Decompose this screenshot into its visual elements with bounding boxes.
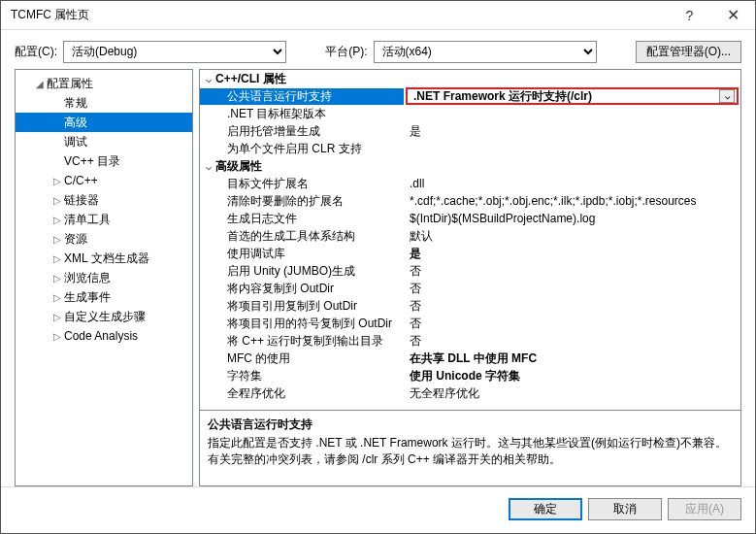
property-row[interactable]: 将内容复制到 OutDir否 — [200, 280, 740, 297]
property-name: 为单个文件启用 CLR 支持 — [200, 141, 404, 157]
tree-item-label: 调试 — [64, 134, 87, 150]
property-name: 生成日志文件 — [200, 211, 404, 227]
expand-icon: ▷ — [50, 331, 64, 342]
property-name: 公共语言运行时支持 — [200, 88, 404, 105]
tree-item-label: XML 文档生成器 — [64, 250, 149, 267]
platform-select[interactable]: 活动(x64) — [374, 41, 597, 63]
tree-item-label: 自定义生成步骤 — [64, 309, 146, 325]
property-name: 字符集 — [200, 368, 404, 384]
property-row[interactable]: 首选的生成工具体系结构默认 — [200, 227, 740, 245]
property-row[interactable]: 全程序优化无全程序优化 — [200, 384, 740, 402]
tree-item[interactable]: ▷自定义生成步骤 — [16, 307, 192, 326]
config-select[interactable]: 活动(Debug) — [63, 41, 286, 63]
tree-item[interactable]: ▷XML 文档生成器 — [16, 249, 192, 268]
property-row[interactable]: 为单个文件启用 CLR 支持 — [200, 140, 740, 157]
tree-item[interactable]: ▷清单工具 — [16, 210, 192, 229]
tree-item-label: 生成事件 — [64, 289, 111, 306]
property-value[interactable]: 是 — [404, 123, 740, 140]
property-value[interactable]: .dll — [404, 177, 740, 190]
property-value[interactable]: $(IntDir)$(MSBuildProjectName).log — [404, 212, 740, 225]
property-name: 使用调试库 — [200, 246, 404, 262]
property-value[interactable]: 否 — [404, 263, 740, 280]
property-value[interactable]: 在共享 DLL 中使用 MFC — [404, 350, 740, 367]
property-row[interactable]: 将项目引用的符号复制到 OutDir否 — [200, 315, 740, 332]
property-value[interactable]: 否 — [404, 281, 740, 297]
category-header[interactable]: ⌵高级属性 — [200, 157, 740, 175]
property-name: 将内容复制到 OutDir — [200, 281, 404, 297]
property-name: 全程序优化 — [200, 385, 404, 402]
property-row[interactable]: 公共语言运行时支持.NET Framework 运行时支持(/clr)⌵ — [200, 87, 740, 105]
property-row[interactable]: 字符集使用 Unicode 字符集 — [200, 367, 740, 384]
tree-item[interactable]: VC++ 目录 — [16, 151, 192, 171]
property-name: 清除时要删除的扩展名 — [200, 193, 404, 210]
property-value[interactable]: *.cdf;*.cache;*.obj;*.obj.enc;*.ilk;*.ip… — [404, 194, 740, 208]
tree-item[interactable]: 高级 — [16, 113, 192, 132]
property-name: MFC 的使用 — [200, 350, 404, 367]
tree-item-label: 资源 — [64, 231, 87, 248]
property-row[interactable]: 启用 Unity (JUMBO)生成否 — [200, 262, 740, 280]
tree-item[interactable]: ▷生成事件 — [16, 287, 192, 307]
tree-item[interactable]: ▷浏览信息 — [16, 268, 192, 287]
cancel-button[interactable]: 取消 — [588, 498, 662, 520]
property-row[interactable]: MFC 的使用在共享 DLL 中使用 MFC — [200, 350, 740, 367]
collapse-icon: ⌵ — [202, 161, 215, 172]
property-row[interactable]: 生成日志文件$(IntDir)$(MSBuildProjectName).log — [200, 210, 740, 227]
property-row[interactable]: 将 C++ 运行时复制到输出目录否 — [200, 332, 740, 350]
apply-button[interactable]: 应用(A) — [668, 498, 741, 520]
property-row[interactable]: 目标文件扩展名.dll — [200, 175, 740, 192]
help-button[interactable]: ? — [668, 1, 711, 30]
property-row[interactable]: 使用调试库是 — [200, 245, 740, 262]
expand-icon: ▷ — [50, 273, 64, 284]
property-value[interactable]: 否 — [404, 316, 740, 332]
category-tree[interactable]: ◢配置属性 常规高级调试VC++ 目录▷C/C++▷链接器▷清单工具▷资源▷XM… — [15, 69, 193, 486]
tree-item-label: 清单工具 — [64, 212, 111, 228]
tree-item[interactable]: ▷C/C++ — [16, 171, 192, 190]
close-button[interactable]: ✕ — [711, 1, 755, 30]
property-name: 启用 Unity (JUMBO)生成 — [200, 263, 404, 280]
property-name: 将项目引用的符号复制到 OutDir — [200, 316, 404, 332]
expand-icon: ▷ — [50, 234, 64, 245]
property-row[interactable]: .NET 目标框架版本 — [200, 105, 740, 122]
config-toolbar: 配置(C): 活动(Debug) 平台(P): 活动(x64) 配置管理器(O)… — [1, 30, 755, 69]
property-value[interactable]: 否 — [404, 333, 740, 350]
tree-item-label: VC++ 目录 — [64, 153, 120, 170]
collapse-icon: ◢ — [33, 79, 47, 89]
tree-item[interactable]: 常规 — [16, 93, 192, 113]
property-name: 将 C++ 运行时复制到输出目录 — [200, 333, 404, 350]
property-value[interactable]: 默认 — [404, 228, 740, 245]
chevron-down-icon[interactable]: ⌵ — [719, 89, 735, 103]
tree-item[interactable]: ▷链接器 — [16, 190, 192, 210]
ok-button[interactable]: 确定 — [509, 498, 582, 520]
expand-icon: ▷ — [50, 195, 64, 206]
tree-item[interactable]: ▷资源 — [16, 229, 192, 249]
title-bar: TCMFC 属性页 ? ✕ — [1, 1, 755, 30]
expand-icon: ▷ — [50, 215, 64, 225]
tree-item[interactable]: ▷Code Analysis — [16, 326, 192, 346]
collapse-icon: ⌵ — [202, 74, 215, 84]
tree-item[interactable]: 调试 — [16, 132, 192, 151]
property-row[interactable]: 清除时要删除的扩展名*.cdf;*.cache;*.obj;*.obj.enc;… — [200, 192, 740, 210]
property-value[interactable]: 无全程序优化 — [404, 385, 740, 402]
category-header[interactable]: ⌵C++/CLI 属性 — [200, 70, 740, 87]
property-row[interactable]: 将项目引用复制到 OutDir否 — [200, 297, 740, 315]
expand-icon: ▷ — [50, 292, 64, 303]
property-row[interactable]: 启用托管增量生成是 — [200, 122, 740, 140]
description-panel: 公共语言运行时支持 指定此配置是否支持 .NET 或 .NET Framewor… — [200, 410, 740, 485]
property-grid[interactable]: ⌵C++/CLI 属性 公共语言运行时支持.NET Framework 运行时支… — [200, 70, 740, 410]
property-name: .NET 目标框架版本 — [200, 106, 404, 122]
property-name: 将项目引用复制到 OutDir — [200, 298, 404, 315]
property-value[interactable]: 使用 Unicode 字符集 — [404, 368, 740, 384]
tree-item-label: 链接器 — [64, 192, 99, 209]
tree-root[interactable]: ◢配置属性 — [16, 74, 192, 93]
property-value[interactable]: 是 — [404, 246, 740, 262]
property-name: 启用托管增量生成 — [200, 123, 404, 140]
expand-icon: ▷ — [50, 312, 64, 322]
property-name: 目标文件扩展名 — [200, 176, 404, 192]
property-value[interactable]: .NET Framework 运行时支持(/clr)⌵ — [406, 87, 739, 105]
property-name: 首选的生成工具体系结构 — [200, 228, 404, 245]
tree-item-label: 常规 — [64, 95, 87, 112]
expand-icon: ▷ — [50, 253, 64, 264]
config-label: 配置(C): — [15, 44, 57, 60]
property-value[interactable]: 否 — [404, 298, 740, 315]
config-manager-button[interactable]: 配置管理器(O)... — [636, 41, 741, 63]
